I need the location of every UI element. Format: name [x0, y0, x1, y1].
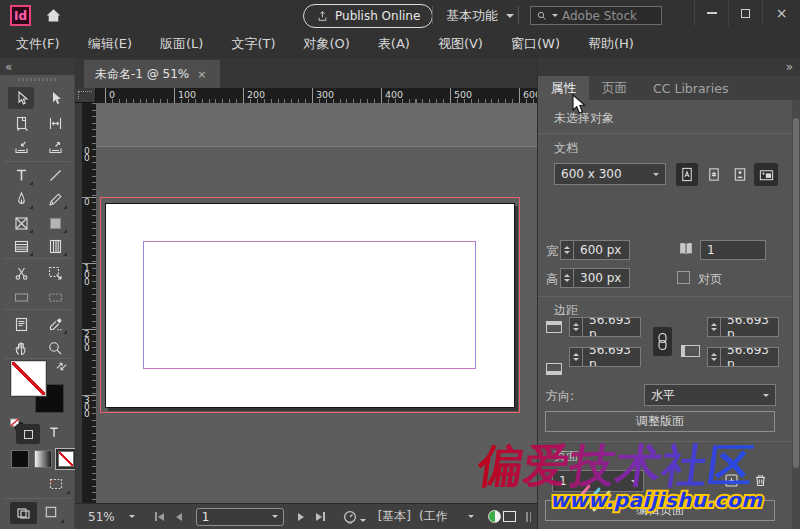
formatting-affects-text-button[interactable] — [46, 424, 62, 440]
preflight-menu-chevron-icon[interactable] — [468, 515, 474, 518]
menu-window[interactable]: 窗口(W) — [511, 35, 574, 53]
margin-top-stepper[interactable] — [569, 317, 582, 337]
first-page-button[interactable] — [155, 512, 164, 521]
menu-type[interactable]: 文字(T) — [231, 35, 289, 53]
tool-rectangle[interactable] — [42, 212, 68, 234]
document-preset-dropdown[interactable]: 600 x 300 — [554, 163, 666, 185]
facing-pages-checkbox[interactable] — [677, 271, 690, 284]
tool-content-collector[interactable] — [8, 136, 34, 158]
preflight-profile[interactable]: [基本] — [378, 508, 411, 525]
tool-note[interactable] — [8, 313, 34, 335]
tool-horizontal-grid[interactable] — [8, 235, 34, 257]
tool-frame[interactable] — [8, 212, 34, 234]
menu-file[interactable]: 文件(F) — [16, 35, 74, 53]
edit-pages-button[interactable]: 编辑页面 — [545, 500, 775, 521]
last-page-button[interactable] — [316, 512, 325, 521]
add-page-icon[interactable] — [723, 472, 740, 489]
preset-new-document-button[interactable] — [703, 163, 725, 186]
tool-eyedropper[interactable] — [42, 313, 68, 335]
publish-online-button[interactable]: Publish Online — [303, 4, 433, 28]
menu-edit[interactable]: 编辑(E) — [88, 35, 146, 53]
tab-cc-libraries[interactable]: CC Libraries — [640, 76, 741, 100]
home-icon[interactable] — [44, 5, 63, 24]
width-stepper[interactable] — [560, 240, 573, 260]
tab-pages[interactable]: 页面 — [589, 76, 640, 100]
tool-gradient-swatch[interactable] — [8, 286, 34, 308]
tool-type[interactable] — [8, 164, 34, 186]
tab-close-icon[interactable]: × — [197, 68, 206, 81]
tool-gradient-feather[interactable] — [42, 286, 68, 308]
formatting-affects-container-button[interactable] — [16, 424, 40, 444]
tool-pencil[interactable] — [42, 188, 68, 210]
document-tab[interactable]: 未命名-1 @ 51% × — [84, 60, 220, 88]
next-page-button[interactable] — [298, 513, 304, 521]
orientation-landscape-button[interactable] — [754, 163, 778, 186]
ruler-origin-box[interactable] — [75, 88, 96, 103]
margin-bottom-field[interactable]: 56.693 p — [582, 347, 641, 367]
minimize-button[interactable] — [694, 0, 728, 26]
fill-color-well[interactable] — [11, 361, 46, 396]
orientation-portrait-button[interactable] — [729, 163, 751, 186]
tool-pen[interactable] — [8, 188, 34, 210]
tool-line[interactable] — [42, 164, 68, 186]
margin-left-stepper[interactable] — [707, 317, 720, 337]
orientation-dropdown[interactable]: 水平 — [644, 384, 776, 406]
vertical-ruler[interactable]: 00 0 100 200 300 — [82, 103, 96, 503]
preset-a4-button[interactable] — [676, 163, 698, 186]
document-canvas[interactable]: 0 100 200 300 400 500 600 00 0 100 200 3… — [75, 88, 537, 503]
collapse-panel-icon[interactable]: « — [5, 60, 10, 74]
height-stepper[interactable] — [560, 268, 573, 288]
tool-page[interactable] — [8, 112, 34, 134]
menu-table[interactable]: 表(A) — [378, 35, 424, 53]
tool-zoom[interactable] — [42, 337, 68, 359]
margin-left-field[interactable]: 56.693 p — [720, 317, 779, 337]
preflight-indicator-icon[interactable] — [343, 510, 357, 524]
adjust-layout-button[interactable]: 调整版面 — [545, 411, 775, 432]
tools-drag-handle[interactable] — [18, 78, 58, 81]
screen-mode-preview-button[interactable] — [43, 504, 65, 524]
tool-gap[interactable] — [42, 112, 68, 134]
tool-scissors[interactable] — [8, 262, 34, 284]
apply-color-button[interactable] — [11, 450, 29, 468]
close-button[interactable]: × — [762, 0, 800, 26]
apply-gradient-button[interactable] — [34, 450, 52, 468]
expand-panel-icon[interactable]: » — [786, 60, 791, 74]
menu-help[interactable]: 帮助(H) — [588, 35, 648, 53]
apply-none-button[interactable] — [55, 448, 77, 470]
width-field[interactable]: 600 px — [573, 240, 630, 260]
panel-scrollbar[interactable] — [792, 100, 800, 529]
workspace-switcher[interactable]: 基本功能 — [446, 7, 514, 25]
adobe-stock-search-input[interactable]: Adobe Stock — [530, 6, 662, 25]
maximize-button[interactable] — [728, 0, 762, 26]
margin-top-field[interactable]: 56.693 p — [582, 317, 641, 337]
swap-fill-stroke-icon[interactable] — [55, 360, 68, 373]
tool-direct-selection[interactable] — [42, 87, 68, 109]
pasteboard[interactable] — [96, 103, 537, 503]
page-number-field[interactable]: 1 — [196, 508, 284, 526]
menu-object[interactable]: 对象(O) — [303, 35, 363, 53]
tool-vertical-grid[interactable] — [42, 235, 68, 257]
menu-layout[interactable]: 版面(L) — [160, 35, 217, 53]
margin-right-field[interactable]: 56.693 p — [720, 347, 779, 367]
preflight-chevron-icon[interactable] — [360, 519, 366, 522]
screen-mode-normal-button[interactable] — [10, 502, 37, 524]
tool-hand[interactable] — [8, 337, 34, 359]
link-margins-button[interactable] — [653, 327, 672, 356]
menu-view[interactable]: 视图(V) — [438, 35, 497, 53]
horizontal-ruler[interactable]: 0 100 200 300 400 500 600 — [96, 88, 537, 103]
page-select-dropdown[interactable]: 1 — [552, 470, 644, 492]
panel-scrollbar-thumb[interactable] — [793, 118, 799, 468]
page-count-field[interactable]: 1 — [700, 240, 766, 260]
tool-content-placer[interactable] — [42, 136, 68, 158]
tab-properties[interactable]: 属性 — [538, 76, 589, 100]
zoom-level-chevron-icon[interactable] — [129, 515, 135, 518]
tool-selection[interactable] — [8, 87, 34, 109]
tool-free-transform[interactable] — [42, 262, 68, 284]
delete-page-icon[interactable] — [752, 472, 769, 489]
view-options-icon[interactable] — [47, 475, 71, 495]
zoom-level-value[interactable]: 51% — [88, 510, 115, 524]
resize-grip[interactable] — [526, 512, 533, 522]
margin-right-stepper[interactable] — [707, 347, 720, 367]
previous-page-button[interactable] — [176, 513, 182, 521]
margin-bottom-stepper[interactable] — [569, 347, 582, 367]
